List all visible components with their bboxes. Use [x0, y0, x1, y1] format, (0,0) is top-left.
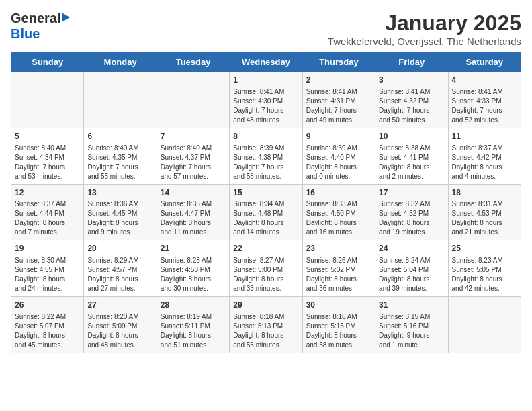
day-info: Sunrise: 8:41 AMSunset: 4:31 PMDaylight:…: [306, 87, 371, 125]
logo-arrow-icon: [62, 13, 74, 25]
weekday-header-sunday: Sunday: [11, 53, 84, 72]
calendar-cell: 14Sunrise: 8:35 AMSunset: 4:47 PMDayligh…: [157, 184, 229, 240]
day-number: 20: [87, 243, 152, 255]
day-number: 19: [15, 243, 80, 255]
calendar-cell: 13Sunrise: 8:36 AMSunset: 4:45 PMDayligh…: [84, 184, 157, 240]
calendar-cell: 25Sunrise: 8:23 AMSunset: 5:05 PMDayligh…: [448, 240, 521, 297]
day-info: Sunrise: 8:16 AMSunset: 5:15 PMDaylight:…: [306, 312, 371, 350]
day-info: Sunrise: 8:40 AMSunset: 4:34 PMDaylight:…: [15, 144, 80, 181]
calendar-cell: 23Sunrise: 8:26 AMSunset: 5:02 PMDayligh…: [302, 240, 375, 297]
day-number: 6: [87, 131, 152, 142]
day-number: 1: [233, 75, 298, 86]
day-number: 11: [452, 131, 517, 142]
day-number: 2: [306, 75, 371, 86]
day-info: Sunrise: 8:26 AMSunset: 5:02 PMDaylight:…: [306, 256, 371, 293]
week-row-2: 5Sunrise: 8:40 AMSunset: 4:34 PMDaylight…: [11, 128, 521, 184]
title-block: January 2025 Twekkelerveld, Overijssel, …: [328, 11, 521, 47]
day-number: 23: [306, 243, 371, 255]
calendar-cell: [84, 72, 157, 128]
day-info: Sunrise: 8:28 AMSunset: 4:58 PMDaylight:…: [161, 256, 226, 293]
day-info: Sunrise: 8:32 AMSunset: 4:52 PMDaylight:…: [379, 199, 444, 237]
calendar-cell: 7Sunrise: 8:40 AMSunset: 4:37 PMDaylight…: [157, 128, 229, 184]
weekday-header-friday: Friday: [375, 53, 448, 72]
calendar-table: SundayMondayTuesdayWednesdayThursdayFrid…: [11, 52, 521, 353]
calendar-cell: 1Sunrise: 8:41 AMSunset: 4:30 PMDaylight…: [230, 72, 302, 128]
day-info: Sunrise: 8:23 AMSunset: 5:05 PMDaylight:…: [452, 256, 517, 293]
weekday-header-tuesday: Tuesday: [157, 53, 229, 72]
day-number: 28: [161, 300, 226, 311]
calendar-cell: 29Sunrise: 8:18 AMSunset: 5:13 PMDayligh…: [230, 297, 302, 353]
day-info: Sunrise: 8:39 AMSunset: 4:38 PMDaylight:…: [233, 144, 298, 181]
day-number: 24: [379, 243, 444, 255]
day-info: Sunrise: 8:33 AMSunset: 4:50 PMDaylight:…: [306, 199, 371, 237]
day-info: Sunrise: 8:37 AMSunset: 4:42 PMDaylight:…: [452, 144, 517, 181]
calendar-cell: 22Sunrise: 8:27 AMSunset: 5:00 PMDayligh…: [230, 240, 302, 297]
calendar-cell: 6Sunrise: 8:40 AMSunset: 4:35 PMDaylight…: [84, 128, 157, 184]
calendar-cell: 5Sunrise: 8:40 AMSunset: 4:34 PMDaylight…: [11, 128, 84, 184]
day-number: 9: [306, 131, 371, 142]
weekday-header-monday: Monday: [84, 53, 157, 72]
day-number: 14: [161, 187, 226, 199]
day-info: Sunrise: 8:19 AMSunset: 5:11 PMDaylight:…: [161, 312, 226, 350]
calendar-cell: 8Sunrise: 8:39 AMSunset: 4:38 PMDaylight…: [230, 128, 302, 184]
calendar-cell: 3Sunrise: 8:41 AMSunset: 4:32 PMDaylight…: [375, 72, 448, 128]
week-row-3: 12Sunrise: 8:37 AMSunset: 4:44 PMDayligh…: [11, 184, 521, 240]
calendar-subtitle: Twekkelerveld, Overijssel, The Netherlan…: [328, 36, 521, 47]
week-row-5: 26Sunrise: 8:22 AMSunset: 5:07 PMDayligh…: [11, 297, 521, 353]
day-info: Sunrise: 8:18 AMSunset: 5:13 PMDaylight:…: [233, 312, 298, 350]
calendar-cell: 11Sunrise: 8:37 AMSunset: 4:42 PMDayligh…: [448, 128, 521, 184]
day-info: Sunrise: 8:34 AMSunset: 4:48 PMDaylight:…: [233, 199, 298, 237]
calendar-cell: 10Sunrise: 8:38 AMSunset: 4:41 PMDayligh…: [375, 128, 448, 184]
day-number: 10: [379, 131, 444, 142]
day-info: Sunrise: 8:38 AMSunset: 4:41 PMDaylight:…: [379, 144, 444, 181]
day-number: 22: [233, 243, 298, 255]
day-info: Sunrise: 8:27 AMSunset: 5:00 PMDaylight:…: [233, 256, 298, 293]
day-info: Sunrise: 8:39 AMSunset: 4:40 PMDaylight:…: [306, 144, 371, 181]
calendar-cell: 9Sunrise: 8:39 AMSunset: 4:40 PMDaylight…: [302, 128, 375, 184]
week-row-4: 19Sunrise: 8:30 AMSunset: 4:55 PMDayligh…: [11, 240, 521, 297]
day-number: 12: [15, 187, 80, 199]
day-info: Sunrise: 8:29 AMSunset: 4:57 PMDaylight:…: [87, 256, 152, 293]
logo-general-text: General: [11, 11, 60, 26]
calendar-cell: 27Sunrise: 8:20 AMSunset: 5:09 PMDayligh…: [84, 297, 157, 353]
calendar-cell: 18Sunrise: 8:31 AMSunset: 4:53 PMDayligh…: [448, 184, 521, 240]
day-info: Sunrise: 8:40 AMSunset: 4:37 PMDaylight:…: [161, 144, 226, 181]
day-number: 29: [233, 300, 298, 311]
calendar-cell: 31Sunrise: 8:15 AMSunset: 5:16 PMDayligh…: [375, 297, 448, 353]
day-number: 7: [161, 131, 226, 142]
calendar-cell: [11, 72, 84, 128]
calendar-cell: 4Sunrise: 8:41 AMSunset: 4:33 PMDaylight…: [448, 72, 521, 128]
page-header: General Blue January 2025 Twekkelerveld,…: [11, 11, 521, 47]
weekday-header-row: SundayMondayTuesdayWednesdayThursdayFrid…: [11, 53, 521, 72]
day-number: 17: [379, 187, 444, 199]
day-number: 25: [452, 243, 517, 255]
day-number: 4: [452, 75, 517, 86]
calendar-cell: 21Sunrise: 8:28 AMSunset: 4:58 PMDayligh…: [157, 240, 229, 297]
calendar-cell: 17Sunrise: 8:32 AMSunset: 4:52 PMDayligh…: [375, 184, 448, 240]
calendar-cell: 26Sunrise: 8:22 AMSunset: 5:07 PMDayligh…: [11, 297, 84, 353]
day-number: 13: [87, 187, 152, 199]
calendar-title: January 2025: [328, 11, 521, 36]
day-number: 16: [306, 187, 371, 199]
weekday-header-saturday: Saturday: [448, 53, 521, 72]
day-info: Sunrise: 8:30 AMSunset: 4:55 PMDaylight:…: [15, 256, 80, 293]
logo: General Blue: [11, 11, 74, 42]
calendar-cell: 19Sunrise: 8:30 AMSunset: 4:55 PMDayligh…: [11, 240, 84, 297]
week-row-1: 1Sunrise: 8:41 AMSunset: 4:30 PMDaylight…: [11, 72, 521, 128]
day-number: 8: [233, 131, 298, 142]
calendar-cell: 16Sunrise: 8:33 AMSunset: 4:50 PMDayligh…: [302, 184, 375, 240]
day-number: 21: [161, 243, 226, 255]
day-number: 18: [452, 187, 517, 199]
day-number: 5: [15, 131, 80, 142]
calendar-cell: 12Sunrise: 8:37 AMSunset: 4:44 PMDayligh…: [11, 184, 84, 240]
day-number: 31: [379, 300, 444, 311]
day-info: Sunrise: 8:40 AMSunset: 4:35 PMDaylight:…: [87, 144, 152, 181]
day-info: Sunrise: 8:20 AMSunset: 5:09 PMDaylight:…: [87, 312, 152, 350]
day-info: Sunrise: 8:36 AMSunset: 4:45 PMDaylight:…: [87, 199, 152, 237]
day-number: 3: [379, 75, 444, 86]
calendar-cell: 15Sunrise: 8:34 AMSunset: 4:48 PMDayligh…: [230, 184, 302, 240]
day-info: Sunrise: 8:35 AMSunset: 4:47 PMDaylight:…: [161, 199, 226, 237]
weekday-header-thursday: Thursday: [302, 53, 375, 72]
weekday-header-wednesday: Wednesday: [230, 53, 302, 72]
calendar-cell: [157, 72, 229, 128]
